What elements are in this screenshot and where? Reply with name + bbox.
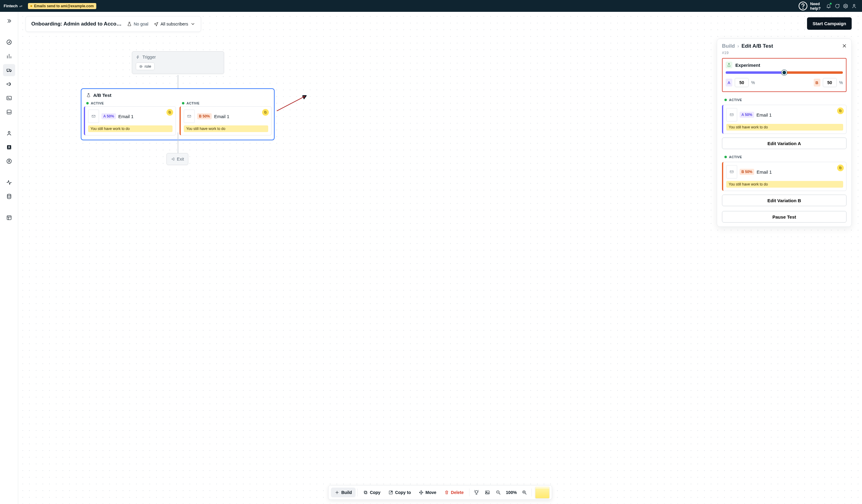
percent-a-input[interactable]	[735, 78, 749, 87]
nav-dashboard[interactable]	[3, 36, 15, 48]
panel-a-status: ACTIVE	[722, 97, 847, 103]
user-icon	[851, 3, 857, 9]
trash-icon	[444, 490, 449, 495]
nav-inbox[interactable]	[3, 106, 15, 118]
build-mode-button[interactable]: Build	[331, 488, 356, 497]
panel-b-note: You still have work to do	[726, 181, 843, 188]
notifications-button[interactable]	[824, 2, 833, 10]
megaphone-icon	[6, 81, 12, 87]
svg-point-9	[8, 131, 10, 133]
variation-b-status: ACTIVE	[180, 100, 272, 106]
email-destination-text: Emails send to ami@example.com	[34, 4, 93, 8]
nav-data[interactable]	[3, 190, 15, 202]
start-campaign-button[interactable]: Start Campaign	[807, 17, 852, 30]
trigger-node[interactable]: Trigger role	[132, 51, 224, 74]
bolt-icon	[136, 55, 140, 59]
activity-icon	[6, 180, 12, 186]
svg-rect-22	[264, 111, 266, 113]
gauge-icon	[6, 39, 12, 45]
variation-b-card[interactable]: B 50% Email 1 You still have work to do	[180, 106, 272, 135]
nav-segments[interactable]	[3, 155, 15, 167]
need-help-button[interactable]: Need help?	[798, 1, 821, 11]
copy-button[interactable]: Copy	[360, 488, 384, 497]
duplicate-icon	[837, 107, 844, 114]
zoom-in-button[interactable]	[519, 487, 530, 498]
panel-b-badge: B 50%	[740, 169, 754, 175]
nav-broadcasts[interactable]	[3, 78, 15, 90]
svg-point-6	[7, 71, 8, 72]
panel-a-badge: A 50%	[740, 112, 754, 118]
panel-variation-b-card[interactable]: B 50% Email 1 You still have work to do	[722, 162, 847, 191]
workspace-switcher[interactable]: Fintech ▴▾	[4, 4, 25, 8]
chevron-right-icon: ›	[737, 43, 739, 49]
flask-icon	[726, 62, 732, 68]
variation-a-badge: A 50%	[102, 113, 116, 119]
nav-analytics[interactable]	[3, 50, 15, 62]
flask-icon	[127, 22, 132, 26]
goal-selector[interactable]: No goal	[127, 22, 148, 26]
panel-b-name: Email 1	[757, 169, 772, 175]
move-button[interactable]: Move	[415, 488, 440, 497]
image-icon	[485, 490, 490, 495]
chat-button[interactable]	[833, 2, 841, 10]
delete-button[interactable]: Delete	[441, 488, 468, 497]
slider-handle[interactable]	[782, 70, 787, 75]
edit-variation-a-button[interactable]: Edit Variation A	[722, 137, 847, 149]
settings-button[interactable]	[841, 2, 850, 10]
variation-b-name: Email 1	[214, 114, 229, 119]
variation-b-note: You still have work to do	[184, 125, 268, 132]
variation-a-card[interactable]: A 50% Email 1 You still have work to do	[84, 106, 176, 135]
zoom-out-button[interactable]	[493, 487, 504, 498]
panel-a-note: You still have work to do	[726, 124, 843, 131]
split-slider[interactable]	[726, 71, 843, 74]
panel-variation-a-card[interactable]: A 50% Email 1 You still have work to do	[722, 105, 847, 134]
breadcrumb-build[interactable]: Build	[722, 43, 735, 49]
notification-dot	[830, 2, 832, 5]
nav-transactional[interactable]	[3, 92, 15, 104]
help-icon	[798, 1, 808, 11]
close-icon	[842, 43, 847, 49]
copy-to-button[interactable]: Copy to	[385, 488, 415, 497]
nav-people[interactable]	[3, 127, 15, 140]
connector	[178, 75, 178, 88]
account-button[interactable]	[850, 2, 858, 10]
audience-selector[interactable]: All subscribers	[154, 22, 195, 26]
svg-rect-28	[839, 167, 841, 169]
bar-chart-icon	[6, 53, 12, 59]
email-thumbnail	[726, 108, 737, 121]
pause-test-button[interactable]: Pause Test	[722, 211, 847, 223]
panel-a-name: Email 1	[757, 112, 772, 118]
variation-b-badge: B 50%	[197, 113, 212, 119]
left-nav	[0, 12, 18, 504]
sticky-note-button[interactable]	[535, 487, 549, 498]
image-button[interactable]	[482, 487, 493, 498]
nav-contacts[interactable]	[3, 141, 15, 153]
email-thumbnail	[726, 165, 737, 178]
svg-point-13	[9, 160, 10, 161]
idea-button[interactable]	[471, 487, 482, 498]
trigger-attribute-chip[interactable]: role	[136, 63, 155, 70]
nav-content[interactable]	[3, 212, 15, 224]
svg-rect-8	[7, 96, 11, 100]
svg-rect-25	[839, 110, 841, 111]
svg-rect-27	[840, 167, 841, 169]
svg-point-16	[140, 65, 142, 68]
zoom-out-icon	[496, 490, 501, 495]
edit-variation-b-button[interactable]: Edit Variation B	[722, 195, 847, 206]
callout-arrow	[276, 94, 309, 112]
workspace-name: Fintech	[4, 4, 18, 8]
nav-activity[interactable]	[3, 176, 15, 188]
percent-b-input[interactable]	[823, 78, 837, 87]
campaign-title[interactable]: Onboarding: Admin added to Acco…	[31, 21, 121, 27]
svg-rect-21	[265, 112, 266, 114]
edit-ab-panel: Build › Edit A/B Test #19 Experiment A	[717, 39, 852, 227]
exit-node[interactable]: Exit	[167, 153, 188, 165]
database-icon	[6, 194, 12, 199]
nav-journeys[interactable]	[3, 64, 15, 76]
canvas[interactable]: Onboarding: Admin added to Acco… No goal…	[18, 12, 862, 504]
close-panel-button[interactable]	[842, 43, 847, 50]
email-destination-pill[interactable]: Emails send to ami@example.com	[28, 3, 96, 9]
percent-sign: %	[839, 80, 843, 85]
svg-rect-19	[169, 111, 170, 113]
expand-nav-button[interactable]	[3, 15, 15, 27]
